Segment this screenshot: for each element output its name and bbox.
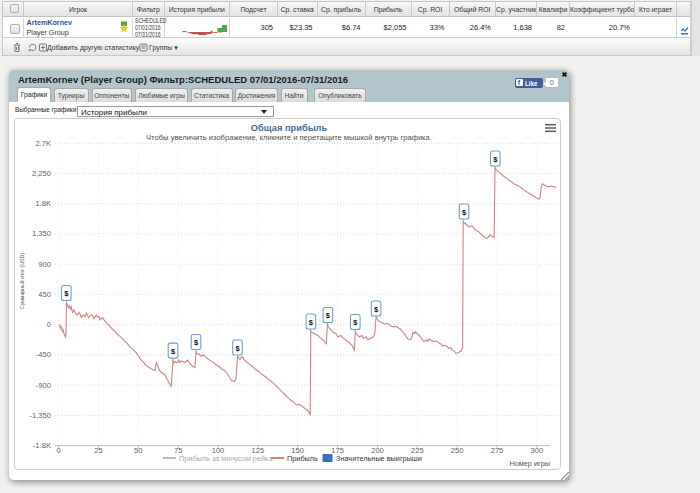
svg-text:Значительные выигрыши: Значительные выигрыши	[336, 454, 422, 463]
svg-text:2,250: 2,250	[32, 169, 51, 178]
svg-text:50: 50	[134, 446, 142, 455]
svg-text:Номер игры: Номер игры	[509, 459, 550, 468]
svg-text:0: 0	[56, 446, 60, 455]
svg-text:Чтобы увеличить изображение, к: Чтобы увеличить изображение, кликните и …	[146, 133, 432, 142]
svg-text:1.8K: 1.8K	[35, 199, 51, 208]
svg-text:0: 0	[47, 320, 51, 329]
svg-text:Прибыль за минусом рейка: Прибыль за минусом рейка	[179, 454, 273, 463]
svg-text:Суммарный итог (USD): Суммарный итог (USD)	[19, 253, 25, 309]
svg-text:900: 900	[38, 260, 51, 269]
svg-text:300: 300	[531, 446, 544, 455]
svg-text:275: 275	[491, 446, 504, 455]
svg-text:-1.8K: -1.8K	[33, 441, 51, 450]
svg-text:-450: -450	[36, 350, 51, 359]
svg-text:25: 25	[94, 446, 102, 455]
svg-text:2.7K: 2.7K	[35, 139, 51, 148]
svg-text:Прибыль: Прибыль	[287, 454, 318, 463]
svg-text:Общая прибыль: Общая прибыль	[251, 123, 328, 133]
svg-text:-900: -900	[36, 381, 51, 390]
svg-text:1,350: 1,350	[32, 229, 51, 238]
svg-text:450: 450	[38, 290, 51, 299]
svg-text:250: 250	[451, 446, 464, 455]
svg-text:-1,350: -1,350	[29, 411, 51, 420]
